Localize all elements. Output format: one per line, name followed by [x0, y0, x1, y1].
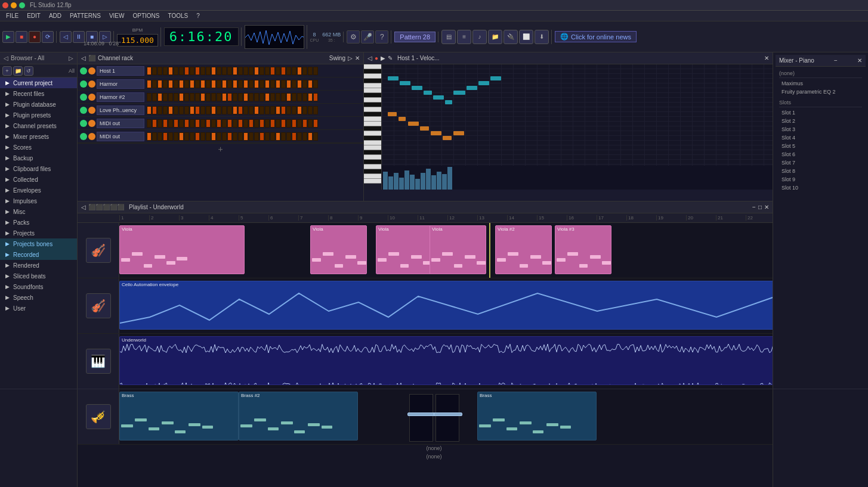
step-pad-0-9[interactable]: [195, 67, 200, 75]
cr-mute-btn-4[interactable]: [80, 120, 87, 127]
cr-solo-btn-2[interactable]: [88, 94, 95, 101]
step-pad-4-29[interactable]: [302, 119, 307, 128]
slot-8[interactable]: Slot 8: [779, 167, 862, 175]
sidebar-add-btn[interactable]: +: [2, 66, 12, 76]
step-pad-5-20[interactable]: [254, 132, 259, 141]
step-pad-4-27[interactable]: [292, 119, 296, 128]
pr-arrow-left[interactable]: ◁: [367, 55, 372, 61]
step-pad-3-16[interactable]: [233, 106, 237, 114]
play-button[interactable]: ▶: [2, 31, 14, 43]
piano-key-1[interactable]: [364, 69, 381, 74]
pattern-button[interactable]: Pattern 28: [394, 32, 435, 42]
step-pad-4-30[interactable]: [308, 119, 313, 128]
step-pad-4-5[interactable]: [174, 119, 178, 128]
step-pad-4-6[interactable]: [179, 119, 184, 128]
piano-key-3[interactable]: [364, 79, 381, 83]
cr-solo-btn-3[interactable]: [88, 107, 95, 114]
track-block-0-0[interactable]: Viola: [119, 225, 245, 274]
step-pad-4-24[interactable]: [276, 119, 280, 128]
step-pad-5-6[interactable]: [179, 132, 184, 141]
step-pad-5-12[interactable]: [211, 132, 216, 141]
sidebar-item-speech[interactable]: ▶Speech: [0, 292, 77, 303]
step-pad-4-2[interactable]: [157, 119, 162, 128]
step-pad-3-29[interactable]: [302, 106, 307, 114]
sidebar-item-projects-bones[interactable]: ▶Projects bones: [0, 238, 77, 249]
sidebar-item-impulses[interactable]: ▶Impulses: [0, 196, 77, 206]
step-pad-5-1[interactable]: [152, 132, 157, 141]
pl-close[interactable]: ✕: [764, 204, 769, 210]
slot-5[interactable]: Slot 5: [779, 142, 862, 150]
cr-mute-btn-1[interactable]: [80, 80, 87, 88]
mixer-send-eq[interactable]: Fruity parametric EQ 2: [779, 88, 862, 96]
step-pad-0-2[interactable]: [157, 67, 162, 75]
step-pad-4-25[interactable]: [281, 119, 286, 128]
step-pad-4-12[interactable]: [211, 119, 216, 128]
sidebar-item-envelopes[interactable]: ▶Envelopes: [0, 185, 77, 196]
step-pad-3-21[interactable]: [260, 106, 264, 114]
piano-key-2[interactable]: [364, 74, 381, 79]
step-pad-1-22[interactable]: [265, 80, 270, 88]
step-pad-1-15[interactable]: [227, 80, 232, 88]
step-pad-3-1[interactable]: [152, 106, 157, 114]
step-pad-1-21[interactable]: [260, 80, 264, 88]
step-pad-4-17[interactable]: [238, 119, 243, 128]
menu-view[interactable]: VIEW: [106, 12, 128, 20]
step-pad-3-28[interactable]: [297, 106, 302, 114]
news-banner[interactable]: 🌐 Click for online news: [555, 31, 637, 42]
sidebar-item-recorded[interactable]: ▶Recorded: [0, 249, 77, 260]
step-pad-4-4[interactable]: [168, 119, 173, 128]
step-pad-3-17[interactable]: [238, 106, 243, 114]
cr-mute-btn-3[interactable]: [80, 107, 87, 114]
pl-minus[interactable]: −: [752, 204, 756, 210]
minimize-btn[interactable]: [11, 2, 17, 8]
piano-key-24[interactable]: [364, 179, 381, 184]
sidebar-item-user[interactable]: ▶User: [0, 303, 77, 314]
piano-key-19[interactable]: [364, 155, 381, 160]
step-pad-0-22[interactable]: [265, 67, 270, 75]
slot-4[interactable]: Slot 4: [779, 134, 862, 142]
step-pad-0-25[interactable]: [281, 67, 286, 75]
step-pad-2-1[interactable]: [152, 93, 157, 101]
step-pad-2-17[interactable]: [238, 93, 243, 101]
step-pad-1-14[interactable]: [222, 80, 227, 88]
step-pad-2-21[interactable]: [260, 93, 264, 101]
step-pad-2-4[interactable]: [168, 93, 173, 101]
step-pad-5-16[interactable]: [233, 132, 237, 141]
step-pad-5-17[interactable]: [238, 132, 243, 141]
step-pad-3-22[interactable]: [265, 106, 270, 114]
piano-key-11[interactable]: [364, 117, 381, 122]
record-button[interactable]: ●: [29, 31, 41, 43]
track-block-0-5[interactable]: Viola #3: [555, 225, 611, 274]
step-pad-1-3[interactable]: [163, 80, 168, 88]
step-pad-1-17[interactable]: [238, 80, 243, 88]
step-pad-2-23[interactable]: [270, 93, 275, 101]
step-pad-2-20[interactable]: [254, 93, 259, 101]
sidebar-item-mixer-presets[interactable]: ▶Mixer presets: [0, 131, 77, 142]
cr-mute-btn-2[interactable]: [80, 94, 87, 101]
step-pad-3-2[interactable]: [157, 106, 162, 114]
step-pad-1-23[interactable]: [270, 80, 275, 88]
step-pad-3-12[interactable]: [211, 106, 216, 114]
step-pad-3-18[interactable]: [243, 106, 248, 114]
piano-key-5[interactable]: [364, 88, 381, 93]
step-pad-3-3[interactable]: [163, 106, 168, 114]
stop-button[interactable]: ■: [16, 31, 27, 43]
settings-icon[interactable]: ⚙: [347, 30, 360, 44]
step-pad-4-26[interactable]: [286, 119, 291, 128]
step-pad-2-26[interactable]: [286, 93, 291, 101]
step-pad-1-5[interactable]: [174, 80, 178, 88]
step-pad-5-2[interactable]: [157, 132, 162, 141]
step-pad-2-11[interactable]: [206, 93, 211, 101]
sidebar-folder-btn[interactable]: 📁: [13, 66, 23, 76]
step-pad-2-8[interactable]: [190, 93, 194, 101]
step-pad-0-21[interactable]: [260, 67, 264, 75]
track-block-0-4[interactable]: Viola #2: [495, 225, 552, 274]
step-pad-4-18[interactable]: [243, 119, 248, 128]
step-pad-3-19[interactable]: [249, 106, 254, 114]
playlist-toggle[interactable]: ≡: [457, 30, 471, 44]
step-pad-3-24[interactable]: [276, 106, 280, 114]
step-pad-1-28[interactable]: [297, 80, 302, 88]
step-pad-0-28[interactable]: [297, 67, 302, 75]
step-pad-0-24[interactable]: [276, 67, 280, 75]
sidebar-item-plugin-presets[interactable]: ▶Plugin presets: [0, 110, 77, 120]
